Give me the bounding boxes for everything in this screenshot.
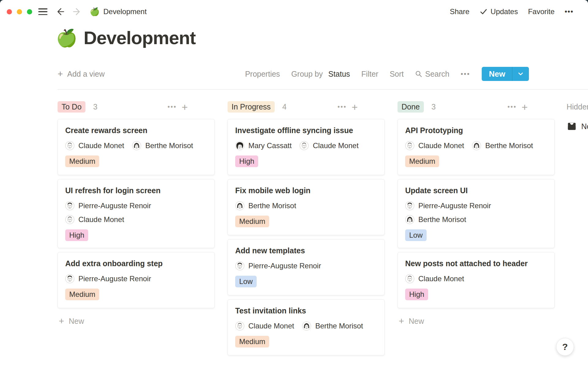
inbox-icon: [567, 121, 577, 132]
card-assignees: Claude Monet: [405, 274, 547, 284]
search-button[interactable]: Search: [415, 70, 449, 79]
column-header-actions: •••+: [507, 101, 528, 113]
column-header: To Do3•••+: [58, 101, 215, 113]
column-add-icon[interactable]: +: [352, 102, 358, 112]
assignee-name: Pierre-Auguste Renoir: [78, 201, 151, 210]
assignee-name: Pierre-Auguste Renoir: [248, 262, 321, 270]
notion-window: 🍏 Development Share Updates Favorite •••…: [0, 0, 588, 368]
column-status-pill[interactable]: To Do: [58, 101, 85, 113]
column-status-pill[interactable]: In Progress: [228, 101, 275, 113]
view-more-icon[interactable]: •••: [461, 70, 470, 78]
traffic-lights: [7, 9, 32, 14]
board-card[interactable]: Test invitation linksClaude MonetBerthe …: [228, 299, 385, 355]
avatar-morisot: [405, 215, 414, 224]
board-card[interactable]: Update screen UIPierre-Auguste RenoirBer…: [398, 179, 555, 248]
board-column: To Do3•••+Create rewards screenClaude Mo…: [58, 101, 215, 326]
column-cards: Create rewards screenClaude MonetBerthe …: [58, 119, 215, 308]
card-title: New posts not attached to header: [405, 259, 547, 269]
board: To Do3•••+Create rewards screenClaude Mo…: [58, 101, 555, 355]
column-new-button[interactable]: +New: [398, 316, 555, 326]
assignee-chip: Claude Monet: [300, 140, 358, 151]
avatar-cassatt: [235, 141, 244, 150]
board-card[interactable]: Fix mobile web loginBerthe MorisotMedium: [228, 179, 385, 235]
sort-button[interactable]: Sort: [390, 70, 404, 79]
column-count: 4: [282, 102, 287, 111]
help-button[interactable]: ?: [556, 338, 574, 356]
close-button[interactable]: [7, 9, 12, 14]
group-by-button[interactable]: Group byStatus: [291, 70, 350, 79]
column-more-icon[interactable]: •••: [168, 103, 177, 110]
more-options-icon[interactable]: •••: [565, 8, 574, 16]
avatar-monet: [300, 141, 309, 150]
page-icon[interactable]: 🍏: [56, 27, 77, 49]
plus-icon: +: [58, 69, 63, 79]
column-new-button[interactable]: +New: [58, 316, 215, 326]
column-header-actions: •••+: [168, 101, 188, 113]
breadcrumb-label: Development: [103, 7, 146, 16]
hidden-columns-label[interactable]: Hidden columns: [567, 101, 588, 113]
hidden-group-no-status[interactable]: No Status: [567, 121, 588, 132]
column-more-icon[interactable]: •••: [507, 103, 517, 110]
new-dropdown-button[interactable]: [512, 67, 529, 81]
new-record-button[interactable]: New: [482, 67, 529, 81]
card-assignees: Pierre-Auguste Renoir: [65, 274, 207, 284]
board-card[interactable]: UI refresh for login screenPierre-August…: [58, 179, 215, 248]
card-title: Add new templates: [235, 246, 377, 256]
sidebar-toggle-icon[interactable]: [38, 8, 47, 15]
forward-arrow-icon[interactable]: [73, 7, 82, 16]
updates-button[interactable]: Updates: [480, 7, 518, 16]
favorite-button[interactable]: Favorite: [528, 7, 555, 16]
avatar-morisot: [235, 201, 244, 210]
card-assignees: Claude MonetBerthe Morisot: [405, 140, 547, 151]
assignee-name: Claude Monet: [313, 141, 358, 150]
breadcrumb[interactable]: 🍏 Development: [90, 7, 147, 17]
priority-tag: Medium: [235, 216, 269, 227]
assignee-chip: Claude Monet: [65, 140, 124, 151]
assignee-name: Pierre-Auguste Renoir: [78, 274, 151, 283]
card-assignees: Mary CassattClaude Monet: [235, 140, 377, 151]
card-assignees: Berthe Morisot: [235, 201, 377, 211]
assignee-name: Claude Monet: [248, 322, 294, 330]
assignee-name: Berthe Morisot: [145, 141, 193, 150]
card-title: Test invitation links: [235, 306, 377, 316]
avatar-renoir: [235, 261, 244, 270]
column-add-icon[interactable]: +: [522, 102, 528, 112]
board-column: In Progress4•••+Investigate offline sync…: [228, 101, 385, 355]
card-assignees: Pierre-Auguste Renoir: [235, 261, 377, 271]
board-card[interactable]: Investigate offline syncing issueMary Ca…: [228, 119, 385, 175]
column-more-icon[interactable]: •••: [337, 103, 347, 110]
board-card[interactable]: Add extra onboarding stepPierre-Auguste …: [58, 252, 215, 308]
column-add-icon[interactable]: +: [182, 102, 188, 112]
card-title: UI refresh for login screen: [65, 186, 207, 196]
back-arrow-icon[interactable]: [55, 7, 65, 16]
share-button[interactable]: Share: [450, 7, 469, 16]
priority-tag: Low: [405, 229, 427, 241]
page-emoji-icon: 🍏: [90, 7, 100, 17]
board-card[interactable]: API PrototypingClaude MonetBerthe Moriso…: [398, 119, 555, 175]
minimize-button[interactable]: [17, 9, 22, 14]
priority-tag: Low: [235, 276, 257, 287]
card-assignees: Pierre-Auguste RenoirBerthe Morisot: [405, 201, 547, 225]
card-title: Create rewards screen: [65, 125, 207, 136]
column-status-pill[interactable]: Done: [398, 101, 424, 113]
priority-tag: High: [235, 155, 258, 167]
assignee-chip: Pierre-Auguste Renoir: [65, 201, 151, 211]
add-view-button[interactable]: + Add a view: [58, 65, 105, 83]
zoom-button[interactable]: [27, 9, 32, 14]
avatar-renoir: [405, 201, 414, 210]
board-card[interactable]: Create rewards screenClaude MonetBerthe …: [58, 119, 215, 175]
column-header-actions: •••+: [337, 101, 358, 113]
board-card[interactable]: New posts not attached to headerClaude M…: [398, 252, 555, 308]
avatar-morisot: [132, 141, 141, 150]
priority-tag: Medium: [65, 155, 99, 167]
hidden-group-label: No Status: [581, 122, 588, 131]
board-column: Done3•••+API PrototypingClaude MonetBert…: [398, 101, 555, 326]
avatar-morisot: [302, 321, 311, 331]
plus-icon: +: [399, 316, 404, 326]
new-button-label[interactable]: New: [482, 67, 512, 81]
board-card[interactable]: Add new templatesPierre-Auguste RenoirLo…: [228, 239, 385, 295]
assignee-chip: Pierre-Auguste Renoir: [405, 201, 491, 211]
card-title: Investigate offline syncing issue: [235, 125, 377, 136]
properties-button[interactable]: Properties: [245, 70, 280, 79]
filter-button[interactable]: Filter: [361, 70, 379, 79]
